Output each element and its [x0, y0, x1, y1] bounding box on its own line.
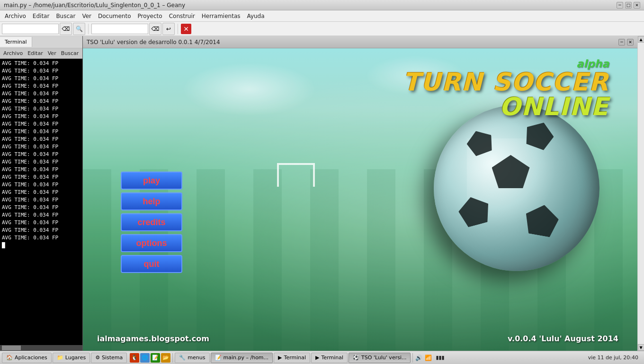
menu-ver[interactable]: Ver: [79, 12, 94, 20]
game-viewport: alpha TURN SOCCER ONLINE play help credi…: [83, 48, 637, 351]
taskbar-icon-2[interactable]: 🌐: [140, 353, 150, 363]
menu-buscar[interactable]: Buscar: [53, 12, 78, 20]
terminal-log-line: AVG TIME: 0.034 FP: [2, 189, 80, 196]
aplicaciones-label: Aplicaciones: [15, 355, 47, 361]
taskbar-clock: vie 11 de jul, 20:40: [584, 355, 642, 361]
terminal-log-line: AVG TIME: 0.034 FP: [2, 204, 80, 211]
terminal-horizontal-scrollbar[interactable]: [0, 345, 82, 351]
network-icon[interactable]: 📶: [424, 354, 432, 362]
mainpy-icon: 📝: [215, 355, 222, 361]
menu-proyecto[interactable]: Proyecto: [134, 12, 165, 20]
terminal-log-line: AVG TIME: 0.034 FP: [2, 166, 80, 173]
terminal-log-line: AVG TIME: 0.034 FP: [2, 75, 80, 82]
tso-icon: ⚽: [353, 355, 359, 361]
website-label: ialmagames.blogspot.com: [97, 334, 209, 343]
play-button[interactable]: play: [121, 172, 182, 190]
scrollbar-up-arrow[interactable]: ▲: [638, 36, 644, 43]
terminal-tab[interactable]: Terminal: [0, 37, 32, 47]
search-execute-btn[interactable]: 🔍: [73, 23, 85, 35]
geany-toolbar: ⌫ 🔍 ⌫ ↩ ✕: [0, 22, 644, 36]
geany-maximize-btn[interactable]: □: [625, 2, 632, 9]
geany-close-btn[interactable]: ✕: [634, 2, 640, 9]
game-close-btn[interactable]: ✕: [627, 39, 634, 46]
ball-patch-5: [464, 127, 496, 158]
terminal-tabbar: Terminal: [0, 36, 82, 48]
menu-documento[interactable]: Documento: [95, 12, 134, 20]
taskbar-icon-1[interactable]: 🐧: [130, 353, 139, 363]
taskbar-icon-4[interactable]: 📂: [161, 353, 170, 363]
terminal-log-line: AVG TIME: 0.034 FP: [2, 136, 80, 143]
taskbar-sistema[interactable]: ⚙ Sistema: [91, 353, 127, 363]
taskbar-mainpy[interactable]: 📝 main.py – /hom...: [211, 353, 273, 363]
geany-minimize-btn[interactable]: ─: [617, 2, 623, 9]
toolbar-close-btn[interactable]: ✕: [181, 24, 191, 34]
term-menu-archivo[interactable]: Archivo: [2, 50, 24, 56]
terminal-log-line: AVG TIME: 0.034 FP: [2, 234, 80, 242]
term-menu-buscar[interactable]: Buscar: [60, 50, 80, 56]
terminal-log-line: AVG TIME: 0.034 FP: [2, 90, 80, 98]
menu-editar[interactable]: Editar: [30, 12, 53, 20]
terminal-output: AVG TIME: 0.034 FPAVG TIME: 0.034 FPAVG …: [0, 59, 82, 345]
options-button[interactable]: options: [121, 234, 182, 252]
terminal-log-line: AVG TIME: 0.034 FP: [2, 67, 80, 75]
replace-input[interactable]: [91, 24, 148, 34]
aplicaciones-icon: 🏠: [6, 355, 13, 361]
clear-search-btn[interactable]: ⌫: [60, 23, 72, 35]
sistema-icon: ⚙: [95, 355, 100, 361]
menu-construir[interactable]: Construir: [166, 12, 198, 20]
geany-titlebar-text: main.py – /home/juan/Escritorio/Lulu_Sin…: [4, 2, 185, 9]
replace-execute-btn[interactable]: ↩: [162, 23, 175, 35]
terminal2-label: Terminal: [322, 355, 344, 361]
version-label: v.0.0.4 'Lulu' August 2014: [508, 334, 618, 343]
terminal-log-line: AVG TIME: 0.034 FP: [2, 181, 80, 189]
taskbar-tso[interactable]: ⚽ TSO 'Lulu' versi...: [349, 353, 411, 363]
main-area: Terminal Archivo Editar Ver Buscar Termi…: [0, 36, 644, 351]
soccer-ball: [434, 105, 599, 271]
terminal-log-line: AVG TIME: 0.034 FP: [2, 105, 80, 113]
lugares-label: Lugares: [65, 355, 86, 361]
terminal2-icon: ▶: [315, 355, 319, 361]
terminal-log-line: AVG TIME: 0.034 FP: [2, 113, 80, 120]
term-menu-editar[interactable]: Editar: [26, 50, 45, 56]
terminal-menubar: Archivo Editar Ver Buscar Terminal Ayuda: [0, 48, 82, 59]
clear-replace-btn[interactable]: ⌫: [149, 23, 161, 35]
taskbar-aplicaciones[interactable]: 🏠 Aplicaciones: [2, 353, 52, 363]
ball-patch-1: [492, 155, 530, 188]
terminal-log-line: AVG TIME: 0.034 FP: [2, 128, 80, 136]
taskbar-terminal-2[interactable]: ▶ Terminal: [311, 353, 348, 363]
game-titlebar-text: TSO 'Lulu' version de desarrollo 0.0.1 4…: [87, 39, 220, 46]
terminal-log-line: AVG TIME: 0.034 FP: [2, 60, 80, 67]
taskbar: 🏠 Aplicaciones 📁 Lugares ⚙ Sistema 🐧 🌐 📝…: [0, 351, 644, 364]
taskbar-lugares[interactable]: 📁 Lugares: [53, 353, 90, 363]
quit-button[interactable]: quit: [121, 255, 182, 273]
terminal-log-line: AVG TIME: 0.034 FP: [2, 143, 80, 151]
search-input[interactable]: [2, 24, 59, 34]
terminal-log-line: AVG TIME: 0.034 FP: [2, 227, 80, 234]
menus-icon: 🔧: [179, 355, 186, 361]
term-menu-ver[interactable]: Ver: [46, 50, 58, 56]
taskbar-sys-area: 🔊 📶 ▮▮▮: [415, 354, 446, 362]
right-scrollbar[interactable]: ▲ ▼: [637, 36, 644, 351]
volume-icon[interactable]: 🔊: [415, 354, 422, 362]
credits-button[interactable]: credits: [121, 213, 182, 231]
taskbar-menus[interactable]: 🔧 menus: [175, 353, 209, 363]
scrollbar-down-arrow[interactable]: ▼: [638, 344, 644, 351]
toolbar-separator-2: [178, 24, 178, 34]
taskbar-icon-3[interactable]: 📝: [151, 353, 160, 363]
geany-window-controls: ─ □ ✕: [617, 2, 640, 9]
help-button[interactable]: help: [121, 192, 182, 210]
terminal1-label: Terminal: [284, 355, 306, 361]
terminal-log-line: AVG TIME: 0.034 FP: [2, 196, 80, 204]
menu-herramientas[interactable]: Herramientas: [199, 12, 243, 20]
scrollbar-track[interactable]: [638, 43, 644, 344]
ball-patch-2: [521, 118, 557, 152]
tso-label: TSO 'Lulu' versi...: [361, 355, 406, 361]
menu-ayuda[interactable]: Ayuda: [244, 12, 268, 20]
terminal-log-line: AVG TIME: 0.034 FP: [2, 211, 80, 219]
game-minimize-btn[interactable]: ─: [618, 39, 625, 46]
sistema-label: Sistema: [102, 355, 123, 361]
menu-archivo[interactable]: Archivo: [2, 12, 29, 20]
game-title-area: alpha TURN SOCCER ONLINE: [403, 58, 609, 119]
game-title-line1: TURN SOCCER: [403, 70, 609, 94]
taskbar-terminal-1[interactable]: ▶ Terminal: [274, 353, 310, 363]
